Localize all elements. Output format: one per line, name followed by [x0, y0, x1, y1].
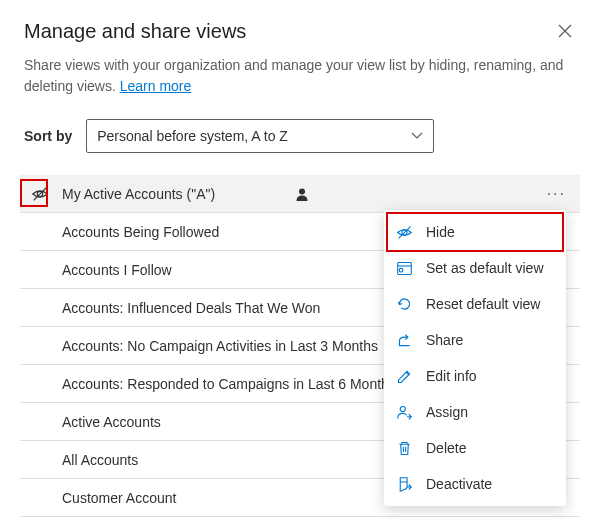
view-name: My Active Accounts ("A") — [56, 186, 289, 202]
person-icon — [295, 187, 309, 201]
share-icon — [396, 332, 414, 349]
view-row-current[interactable]: My Active Accounts ("A") ··· — [20, 175, 580, 213]
delete-icon — [396, 440, 414, 457]
default-icon — [396, 260, 414, 277]
context-menu: Hide Set as default view Reset default v… — [384, 210, 566, 506]
menu-label: Delete — [426, 440, 466, 456]
menu-label: Reset default view — [426, 296, 540, 312]
menu-label: Share — [426, 332, 463, 348]
menu-label: Deactivate — [426, 476, 492, 492]
subtitle-text: Share views with your organization and m… — [24, 57, 563, 94]
menu-label: Assign — [426, 404, 468, 420]
svg-point-7 — [399, 268, 403, 272]
hide-icon — [24, 185, 56, 203]
sort-dropdown[interactable]: Personal before system, A to Z — [86, 119, 434, 153]
edit-icon — [396, 368, 414, 385]
menu-label: Hide — [426, 224, 455, 240]
menu-item-reset-default[interactable]: Reset default view — [384, 286, 566, 322]
menu-item-set-default[interactable]: Set as default view — [384, 250, 566, 286]
svg-line-1 — [34, 187, 47, 200]
learn-more-link[interactable]: Learn more — [120, 78, 192, 94]
more-actions-button[interactable]: ··· — [537, 185, 576, 203]
reset-icon — [396, 296, 414, 313]
menu-label: Set as default view — [426, 260, 544, 276]
sort-by-label: Sort by — [24, 128, 72, 144]
chevron-down-icon — [411, 132, 423, 140]
sort-selected-value: Personal before system, A to Z — [97, 128, 288, 144]
close-button[interactable] — [554, 20, 576, 42]
menu-item-share[interactable]: Share — [384, 322, 566, 358]
panel-subtitle: Share views with your organization and m… — [24, 55, 576, 97]
menu-item-edit[interactable]: Edit info — [384, 358, 566, 394]
hide-icon — [396, 224, 414, 241]
close-icon — [558, 24, 572, 38]
svg-point-2 — [299, 188, 305, 194]
menu-item-delete[interactable]: Delete — [384, 430, 566, 466]
deactivate-icon — [396, 476, 414, 493]
view-row[interactable]: Customers — [20, 517, 580, 523]
menu-label: Edit info — [426, 368, 477, 384]
svg-line-4 — [399, 226, 411, 238]
menu-item-assign[interactable]: Assign — [384, 394, 566, 430]
menu-item-deactivate[interactable]: Deactivate — [384, 466, 566, 502]
menu-item-hide[interactable]: Hide — [384, 214, 566, 250]
assign-icon — [396, 404, 414, 421]
more-icon: ··· — [547, 185, 566, 202]
panel-title: Manage and share views — [24, 20, 246, 43]
svg-point-8 — [400, 406, 405, 411]
